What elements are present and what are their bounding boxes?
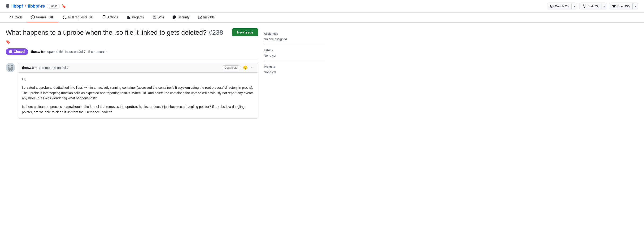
contributor-badge: Contributor	[222, 65, 241, 70]
bookmark-icon[interactable]: 🔖	[62, 4, 66, 8]
svg-rect-6	[8, 68, 13, 70]
pull-requests-count: 6	[89, 15, 94, 19]
comment-header-right: Contributor 🙂 ···	[222, 65, 254, 70]
star-dropdown-arrow[interactable]: ▾	[633, 3, 638, 9]
tab-code[interactable]: Code	[6, 12, 26, 22]
tab-projects[interactable]: Projects	[123, 12, 148, 22]
issue-main: What happens to a uprobe when the .so fi…	[6, 28, 258, 119]
header-actions: Watch 24 ▾ Fork 77 ▾ Star 355	[547, 3, 638, 9]
assignees-title: Assignees	[264, 32, 325, 35]
code-icon	[10, 15, 13, 19]
issue-number: #238	[208, 29, 223, 36]
issue-title-row: What happens to a uprobe when the .so fi…	[6, 28, 258, 46]
watch-button-group: Watch 24 ▾	[547, 3, 577, 9]
issue-author: thesw4rm opened this issue on Jul 7 · 5 …	[31, 50, 106, 54]
assignees-value: No one assigned	[264, 37, 325, 41]
watch-count: 24	[565, 4, 568, 8]
security-icon	[172, 15, 176, 19]
tab-wiki-label: Wiki	[158, 15, 164, 19]
org-name[interactable]: libbpf	[11, 4, 23, 9]
repo-name[interactable]: libbpf-rs	[28, 4, 45, 9]
issue-bookmark-icon[interactable]: 🔖	[6, 40, 10, 44]
emoji-button[interactable]: 🙂	[243, 65, 248, 70]
fork-icon	[582, 4, 586, 8]
top-header: libbpf / libbpf-rs Public 🔖 Watch 24 ▾ F…	[0, 0, 644, 12]
star-label: Star	[617, 4, 623, 8]
closed-badge: Closed	[6, 48, 28, 55]
comment-paragraph-3: Is there a clean-up process somewhere in…	[22, 104, 254, 115]
comment-thread: thesw4rm commented on Jul 7 Contributor …	[6, 63, 258, 119]
comments-separator: ·	[86, 50, 88, 54]
pull-requests-icon	[63, 15, 67, 19]
projects-icon	[127, 15, 130, 19]
tab-issues-label: Issues	[36, 15, 46, 19]
insights-icon	[198, 15, 202, 19]
watch-dropdown-arrow[interactable]: ▾	[572, 3, 577, 9]
comment-paragraph-2: I created a uprobe and attached it to li…	[22, 85, 254, 101]
closed-check-icon	[9, 50, 12, 53]
tab-insights[interactable]: Insights	[194, 12, 218, 22]
issue-header: What happens to a uprobe when the .so fi…	[6, 28, 258, 55]
labels-value: None yet	[264, 54, 325, 57]
star-button-group: Star 355 ▾	[609, 3, 638, 9]
comment-paragraph-1: Hi,	[22, 77, 254, 82]
svg-rect-5	[11, 67, 13, 68]
issue-meta: Closed thesw4rm opened this issue on Jul…	[6, 48, 258, 55]
svg-rect-8	[11, 70, 12, 71]
fork-count: 77	[595, 4, 598, 8]
watch-label: Watch	[555, 4, 564, 8]
visibility-badge: Public	[47, 4, 60, 8]
tab-issues[interactable]: Issues 20	[27, 12, 58, 22]
actions-icon	[102, 15, 106, 19]
svg-rect-7	[9, 70, 10, 71]
projects-section: Projects None yet	[264, 61, 325, 78]
fork-label: Fork	[588, 4, 594, 8]
fork-button-group: Fork 77 ▾	[579, 3, 607, 9]
fork-dropdown-arrow[interactable]: ▾	[602, 3, 607, 9]
repo-title: libbpf / libbpf-rs Public 🔖	[6, 4, 66, 9]
new-issue-button[interactable]: New issue	[232, 28, 258, 36]
comment-body: Hi, I created a uprobe and attached it t…	[18, 73, 258, 118]
svg-rect-1	[8, 65, 10, 66]
watch-button[interactable]: Watch 24	[547, 3, 572, 9]
projects-value: None yet	[264, 70, 325, 74]
tab-projects-label: Projects	[132, 15, 144, 19]
svg-rect-3	[8, 67, 10, 68]
comment-action: commented on Jul 7	[39, 66, 68, 70]
eye-icon	[550, 4, 554, 8]
star-button[interactable]: Star 355	[609, 3, 633, 9]
wiki-icon	[152, 15, 156, 19]
comment-header: thesw4rm commented on Jul 7 Contributor …	[18, 63, 258, 73]
assignees-section: Assignees No one assigned	[264, 28, 325, 45]
star-icon	[612, 4, 616, 8]
fork-button[interactable]: Fork 77	[580, 3, 602, 9]
tab-actions[interactable]: Actions	[98, 12, 122, 22]
closed-label: Closed	[14, 50, 25, 54]
nav-tabs: Code Issues 20 Pull requests 6 Actions P…	[0, 12, 644, 23]
more-options-button[interactable]: ···	[250, 66, 254, 70]
comment-box: thesw4rm commented on Jul 7 Contributor …	[18, 63, 258, 119]
issue-title: What happens to a uprobe when the .so fi…	[6, 28, 228, 46]
comment-date-value: Jul 7	[62, 66, 69, 70]
issues-count: 20	[48, 15, 54, 19]
tab-insights-label: Insights	[203, 15, 215, 19]
star-count: 355	[624, 4, 630, 8]
comment-action-text: commented on	[39, 66, 61, 70]
author-name[interactable]: thesw4rm	[31, 50, 46, 54]
tab-wiki[interactable]: Wiki	[149, 12, 168, 22]
tab-security[interactable]: Security	[168, 12, 194, 22]
issue-sidebar: Assignees No one assigned Labels None ye…	[264, 28, 325, 119]
comment-header-left: thesw4rm commented on Jul 7	[22, 66, 68, 70]
avatar-image	[6, 63, 15, 72]
issue-opened-text: opened this issue on	[47, 50, 78, 54]
projects-title: Projects	[264, 65, 325, 68]
issue-comments-count: 5 comments	[88, 50, 106, 54]
main-content: What happens to a uprobe when the .so fi…	[0, 23, 331, 119]
tab-actions-label: Actions	[107, 15, 118, 19]
comment-author[interactable]: thesw4rm	[22, 66, 37, 70]
svg-rect-4	[10, 67, 11, 68]
repo-icon	[6, 4, 10, 8]
repo-separator: /	[25, 4, 26, 9]
tab-pull-requests[interactable]: Pull requests 6	[59, 12, 98, 22]
tab-pull-requests-label: Pull requests	[68, 15, 87, 19]
